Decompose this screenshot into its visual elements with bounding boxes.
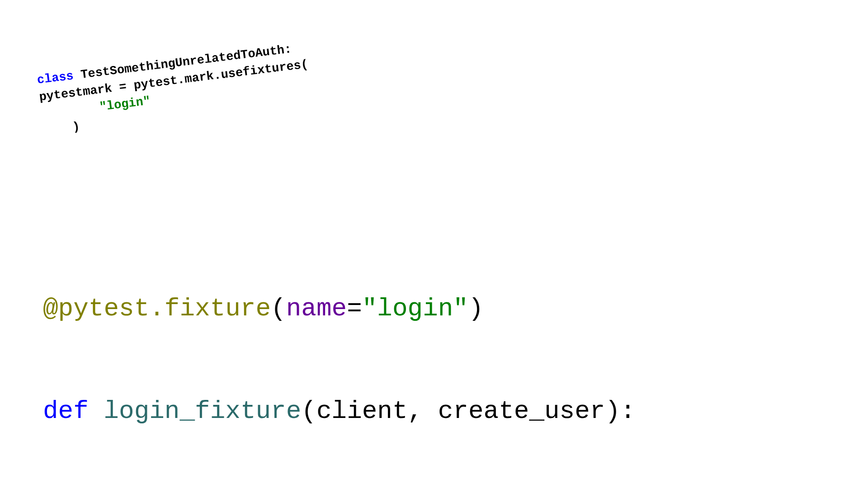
decorator: @pytest.fixture [43,294,271,323]
large-code-block: @pytest.fixture(name="login") def login_… [43,224,636,488]
space [89,397,104,426]
paren: ( [271,294,286,323]
keyword-class: class [36,69,74,87]
paren: ) [468,294,484,323]
kwarg-name: name [286,294,347,323]
code-line-2: def login_fixture(client, create_user): [43,394,636,429]
code-text: ) [42,120,80,138]
small-code-block: class TestSomethingUnrelatedToAuth: pyte… [36,39,313,140]
string-login: "login" [362,294,468,323]
equals: = [347,294,362,323]
params: (client, create_user): [301,397,635,426]
function-name: login_fixture [104,397,301,426]
keyword-def: def [43,397,89,426]
code-line-1: @pytest.fixture(name="login") [43,292,636,326]
